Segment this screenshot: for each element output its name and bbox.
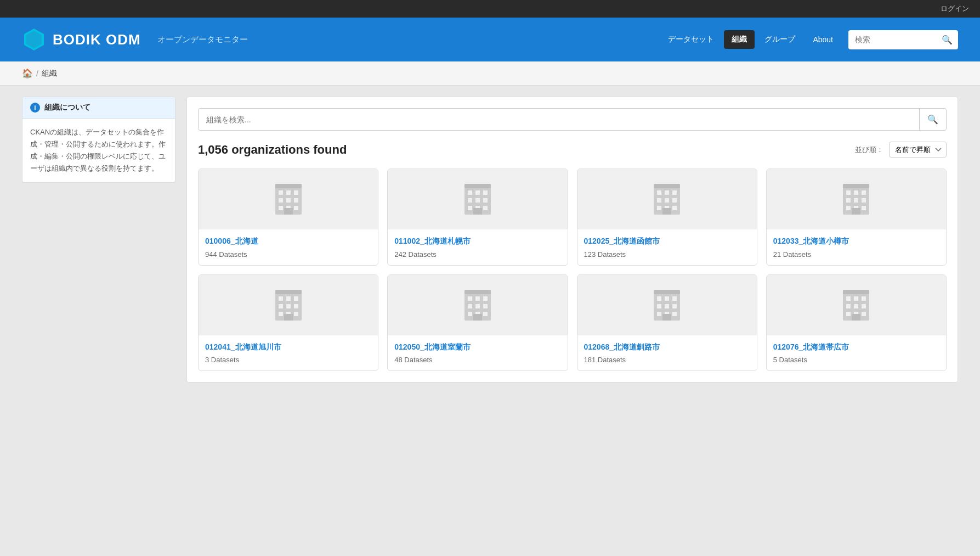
sidebar-info-box: i 組織について CKANの組織は、データセットの集合を作成・管理・公開するため… [22,97,175,183]
org-card-name-0: 010006_北海道 [205,236,371,247]
org-card-count-7: 5 Datasets [773,356,939,364]
org-card-img-6 [577,275,757,335]
org-card-img-1 [388,169,567,229]
svg-rect-45 [862,198,866,203]
nav-datasets[interactable]: データセット [660,30,722,49]
svg-rect-6 [294,190,298,195]
svg-rect-39 [843,184,869,188]
org-card-name-6: 012068_北海道釧路市 [584,342,750,353]
svg-rect-9 [294,198,298,203]
svg-rect-64 [468,296,472,301]
org-grid: 010006_北海道 944 Datasets [198,169,947,371]
org-card-img-2 [577,169,757,229]
svg-rect-31 [657,198,661,203]
svg-rect-66 [483,296,488,301]
header-search-input[interactable] [848,31,936,48]
svg-rect-53 [286,296,291,301]
building-icon-5 [460,285,495,325]
svg-rect-21 [483,198,488,203]
svg-rect-80 [665,304,669,308]
svg-rect-3 [275,184,302,188]
org-card-1[interactable]: 011002_北海道札幌市 242 Datasets [387,169,568,266]
building-icon-2 [649,179,684,219]
svg-rect-48 [862,206,866,210]
sort-area: 並び順： 名前で昇順 [855,142,947,158]
org-card-name-5: 012050_北海道室蘭市 [394,342,560,353]
svg-rect-13 [284,208,293,215]
org-card-7[interactable]: 012076_北海道帯広市 5 Datasets [766,274,947,372]
org-card-count-5: 48 Datasets [394,356,560,364]
svg-rect-34 [657,206,661,210]
top-bar: ログイン [0,0,980,18]
nav-organizations[interactable]: 組織 [724,30,755,49]
org-card-count-3: 21 Datasets [773,250,939,259]
org-card-6[interactable]: 012068_北海道釧路市 181 Datasets [577,274,757,372]
org-card-4[interactable]: 012041_北海道旭川市 3 Datasets [198,274,378,372]
svg-rect-8 [286,198,291,203]
building-icon-7 [839,285,874,325]
logo-link[interactable]: BODIK ODM [22,27,141,52]
logo-text: BODIK ODM [53,31,141,48]
svg-rect-22 [468,206,472,210]
svg-rect-78 [672,296,677,301]
org-card-count-6: 181 Datasets [584,356,750,364]
svg-rect-16 [468,190,472,195]
org-card-5[interactable]: 012050_北海道室蘭市 48 Datasets [387,274,568,372]
svg-rect-4 [279,190,283,195]
org-card-name-4: 012041_北海道旭川市 [205,342,371,353]
org-card-3[interactable]: 012033_北海道小樽市 21 Datasets [766,169,947,266]
breadcrumb-home-icon[interactable]: 🏠 [22,68,33,78]
svg-rect-90 [862,296,866,301]
org-card-name-3: 012033_北海道小樽市 [773,236,939,247]
svg-rect-25 [473,208,482,215]
nav-groups[interactable]: グループ [757,30,803,49]
sidebar-info-body: CKANの組織は、データセットの集合を作成・管理・公開するために使われます。作成… [22,119,175,182]
org-card-0[interactable]: 010006_北海道 944 Datasets [198,169,378,266]
org-card-count-0: 944 Datasets [205,250,371,259]
svg-rect-46 [846,206,851,210]
svg-rect-97 [852,314,860,321]
org-card-count-4: 3 Datasets [205,356,371,364]
svg-rect-76 [657,296,661,301]
svg-rect-81 [672,304,677,308]
building-icon-3 [839,179,874,219]
org-card-body-6: 012068_北海道釧路市 181 Datasets [577,335,757,371]
org-card-body-1: 011002_北海道札幌市 242 Datasets [388,229,567,265]
sort-select[interactable]: 名前で昇順 [889,142,947,158]
svg-rect-93 [862,304,866,308]
svg-rect-19 [468,198,472,203]
org-card-count-1: 242 Datasets [394,250,560,259]
building-icon-6 [649,285,684,325]
svg-rect-30 [672,190,677,195]
org-card-name-2: 012025_北海道函館市 [584,236,750,247]
svg-rect-18 [483,190,488,195]
org-search-input[interactable] [199,110,919,130]
svg-rect-5 [286,190,291,195]
nav-about[interactable]: About [805,31,841,48]
main-nav: データセット 組織 グループ About 🔍 [660,30,958,49]
svg-rect-51 [275,290,302,294]
org-card-img-3 [767,169,946,229]
svg-rect-49 [852,208,860,215]
org-card-body-7: 012076_北海道帯広市 5 Datasets [767,335,946,371]
svg-rect-36 [672,206,677,210]
org-card-img-0 [199,169,378,229]
svg-rect-20 [475,198,480,203]
login-button[interactable]: ログイン [941,4,969,14]
svg-rect-17 [475,190,480,195]
header-search-button[interactable]: 🔍 [936,30,958,49]
svg-rect-58 [279,312,283,316]
org-search-button[interactable]: 🔍 [919,109,946,130]
svg-rect-32 [665,198,669,203]
org-card-body-2: 012025_北海道函館市 123 Datasets [577,229,757,265]
tagline: オープンデータモニター [157,35,248,45]
org-card-2[interactable]: 012025_北海道函館市 123 Datasets [577,169,757,266]
svg-rect-54 [294,296,298,301]
org-card-name-7: 012076_北海道帯広市 [773,342,939,353]
svg-rect-87 [843,290,869,294]
svg-rect-15 [464,184,491,188]
svg-rect-27 [654,184,680,188]
svg-rect-82 [657,312,661,316]
breadcrumb-current: 組織 [42,69,57,78]
svg-rect-57 [294,304,298,308]
